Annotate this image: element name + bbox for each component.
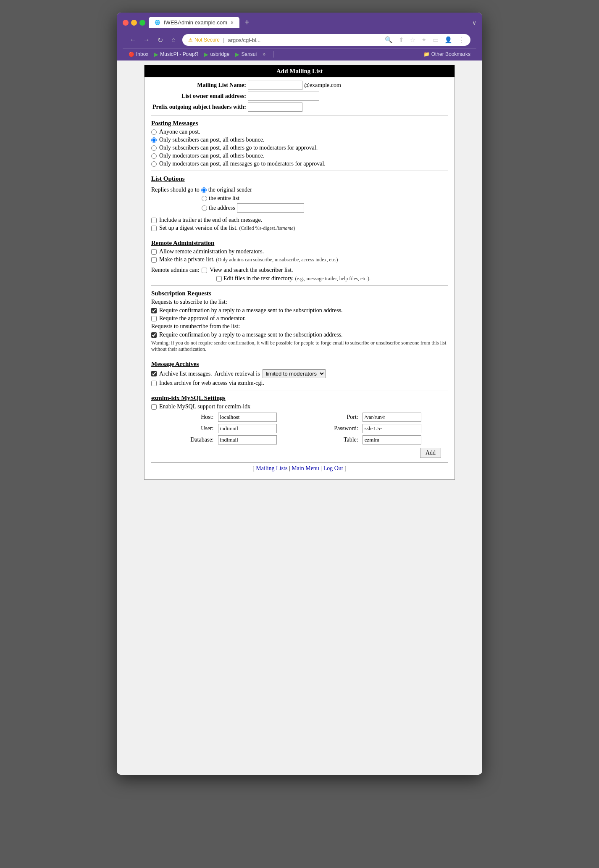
user-input[interactable] <box>218 424 277 433</box>
bookmark-usbridge-label: usbridge <box>210 51 229 57</box>
forward-button[interactable]: → <box>142 36 151 44</box>
mailing-lists-link[interactable]: Mailing Lists <box>256 465 287 471</box>
archive-retrieval-select[interactable]: limited to moderators open to all disabl… <box>263 369 326 378</box>
divider-1 <box>151 115 448 116</box>
close-button[interactable] <box>123 20 129 26</box>
prefix-input[interactable] <box>248 103 302 112</box>
bookmarks-more-button[interactable]: » <box>263 51 265 57</box>
password-label: Password: <box>307 425 358 432</box>
private-list-label: Make this a private list. (Only admins c… <box>159 256 338 263</box>
archive-row: Archive list messages. Archive retrieval… <box>151 369 448 378</box>
post-radio-0[interactable] <box>151 129 157 135</box>
list-owner-input[interactable] <box>248 92 319 101</box>
reply-radio-address[interactable] <box>202 205 207 211</box>
post-option-3: Only moderators can post, all others bou… <box>151 153 448 159</box>
unsub-confirm-checkbox[interactable] <box>151 332 157 338</box>
post-option-1-label: Only subscribers can post, all others bo… <box>159 137 264 143</box>
bookmark-usbridge[interactable]: ▶ usbridge <box>204 51 229 58</box>
host-input[interactable] <box>218 413 277 422</box>
index-archive-checkbox[interactable] <box>151 381 157 386</box>
index-archive-label: Index archive for web access via ezmlm-c… <box>159 380 264 387</box>
share-icon[interactable]: ⬆ <box>399 36 404 44</box>
mailing-list-name-input[interactable] <box>248 81 302 90</box>
footer-bracket-close: ] <box>344 465 347 471</box>
divider-6 <box>151 390 448 390</box>
add-button[interactable]: Add <box>420 448 441 458</box>
index-archive-row: Index archive for web access via ezmlm-c… <box>151 380 448 387</box>
new-tab-button[interactable]: + <box>241 18 253 27</box>
post-option-0: Anyone can post. <box>151 129 448 135</box>
digest-checkbox-row: Set up a digest version of the list. (Ca… <box>151 225 448 231</box>
bookmarks-bar: 🔴 Inbox ▶ MusicPI - РомрЯ ▶ usbridge ▶ S… <box>123 48 476 60</box>
fullscreen-button[interactable] <box>139 20 145 26</box>
table-input[interactable] <box>363 435 421 445</box>
reply-original-label: the original sender <box>208 187 252 193</box>
sub-moderator-label: Require the approval of a moderator. <box>159 315 246 322</box>
post-radio-3[interactable] <box>151 153 157 159</box>
reply-radio-original[interactable] <box>201 187 207 193</box>
replies-row: Replies should go to the original sender <box>151 187 448 193</box>
bookmark-sansui[interactable]: ▶ Sansui <box>235 51 257 58</box>
back-button[interactable]: ← <box>129 36 138 44</box>
post-radio-1[interactable] <box>151 137 157 143</box>
bookmark-inbox[interactable]: 🔴 Inbox <box>129 51 148 57</box>
menu-dots-icon[interactable]: ⋮ <box>458 36 465 44</box>
post-option-4-label: Only moderators can post, all messages g… <box>159 160 326 167</box>
minimize-button[interactable] <box>131 20 137 26</box>
remote-admin-checkbox-row: Allow remote administration by moderator… <box>151 248 448 255</box>
remote-admins-can-row: Remote admins can: View and search the s… <box>151 267 448 274</box>
main-menu-link[interactable]: Main Menu <box>292 465 319 471</box>
archive-checkbox[interactable] <box>151 371 157 376</box>
window-icon[interactable]: ▭ <box>433 36 439 44</box>
user-label: User: <box>164 425 214 432</box>
divider-2 <box>151 171 448 171</box>
port-input[interactable] <box>363 413 421 422</box>
digest-note: (Called %s-digest.listname) <box>239 225 295 231</box>
browser-tab-active[interactable]: 🌐 IWEBAdmin example.com × <box>149 17 239 28</box>
other-bookmarks[interactable]: 📁 Other Bookmarks <box>423 51 470 57</box>
footer-divider <box>151 462 448 463</box>
tab-menu-button[interactable]: ∨ <box>472 19 476 26</box>
digest-checkbox[interactable] <box>151 226 157 231</box>
address-separator: | <box>223 37 224 43</box>
reply-radio-list[interactable] <box>202 196 207 201</box>
tab-close-button[interactable]: × <box>231 20 234 26</box>
post-option-4: Only moderators can post, all messages g… <box>151 160 448 167</box>
form-title: Add Mailing List <box>144 65 455 77</box>
trailer-checkbox[interactable] <box>151 218 157 223</box>
password-input[interactable] <box>363 424 421 433</box>
sub-confirm-checkbox[interactable] <box>151 308 157 313</box>
remote-admin-title: Remote Administration <box>151 239 448 247</box>
star-icon[interactable]: ☆ <box>410 36 415 44</box>
extension-icon[interactable]: ✦ <box>421 36 427 44</box>
bookmark-musicpi[interactable]: ▶ MusicPI - РомрЯ <box>154 51 198 58</box>
home-button[interactable]: ⌂ <box>169 36 178 44</box>
title-bar: 🌐 IWEBAdmin example.com × + ∨ ← → ↻ ⌂ ⚠ … <box>117 13 482 60</box>
replies-label: Replies should go to <box>151 187 200 193</box>
private-list-checkbox[interactable] <box>151 257 157 263</box>
address-bar-input[interactable]: ⚠ Not Secure | argos/cgi-bi... 🔍 ⬆ ☆ ✦ ▭… <box>182 34 470 46</box>
log-out-link[interactable]: Log Out <box>323 465 343 471</box>
post-radio-2[interactable] <box>151 145 157 151</box>
search-icon[interactable]: 🔍 <box>385 36 393 44</box>
play-icon-usbridge: ▶ <box>204 51 208 58</box>
sub-moderator-checkbox[interactable] <box>151 316 157 321</box>
database-input[interactable] <box>218 435 277 445</box>
profile-icon[interactable]: 👤 <box>444 36 452 44</box>
warning-triangle-icon: ⚠ <box>188 37 193 43</box>
remote-admin-checkbox[interactable] <box>151 249 157 255</box>
mysql-enable-checkbox[interactable] <box>151 404 157 410</box>
post-option-1: Only subscribers can post, all others bo… <box>151 137 448 143</box>
view-subscriber-checkbox[interactable] <box>202 268 207 273</box>
unsubscribe-label: Requests to unsubscribe from the list: <box>151 323 448 330</box>
reply-address-input[interactable] <box>237 203 304 213</box>
view-subscriber-label: View and search the subscriber list. <box>210 267 293 274</box>
private-list-note: (Only admins can subscribe, unsubscribe,… <box>216 257 338 263</box>
edit-files-checkbox[interactable] <box>216 276 222 281</box>
sub-moderator-checkbox-row: Require the approval of a moderator. <box>151 315 448 322</box>
refresh-button[interactable]: ↻ <box>155 36 165 44</box>
mysql-enable-row: Enable MySQL support for ezmlm-idx <box>151 403 448 410</box>
post-radio-4[interactable] <box>151 161 157 167</box>
post-option-3-label: Only moderators can post, all others bou… <box>159 153 264 159</box>
trailer-checkbox-row: Include a trailer at the end of each mes… <box>151 217 448 224</box>
